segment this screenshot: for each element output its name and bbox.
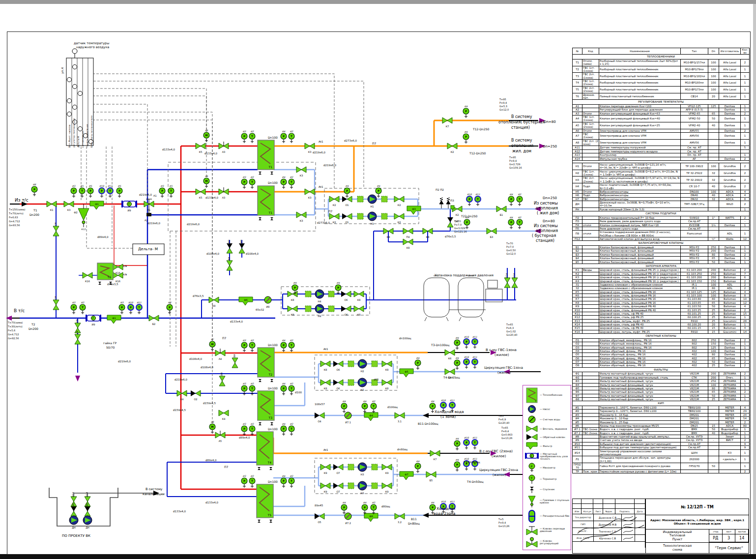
tank-icon (524, 509, 540, 523)
spec-row[interactable]: Ф7Фильтр магнитный фланцевый, чугунV821M… (573, 394, 750, 397)
legend-item: — Фильтр (524, 442, 570, 450)
spec-row[interactable]: Т3ГВС 2ст. (1зона)Разборный пластинчатый… (573, 73, 750, 80)
spec-row[interactable]: И6Краны под манометры трехходовые MV25DN… (573, 424, 750, 427)
spec-row[interactable]: Ф1Фильтр магнитный фланцевый, чугунV821M… (573, 372, 750, 376)
spec-row[interactable]: О5Клапан обратный, фланц., PN 1640280Dan… (573, 353, 750, 356)
spec-row[interactable]: П8отоплУстановка поддержания давления D6… (573, 231, 750, 237)
spec-row[interactable]: К5Шаровой кран, сталь, фланцевый PN 1661… (573, 290, 750, 294)
spec-row[interactable]: К10Шаровой кран, сталь, фланцевый PN 406… (573, 308, 750, 312)
spec-row[interactable]: И4Манометр 0…10 барDM201METER54 (573, 417, 750, 420)
spec-row[interactable]: К14Шаровой кран, сталь, рф PN 4060.100.2… (573, 323, 750, 326)
spec-row[interactable]: ГР50/70Гайка Ротт для присоединения пожа… (573, 463, 750, 470)
mano-icon: P (524, 463, 540, 472)
spec-row[interactable]: Ф8Фильтр магнитный фланцевый, чугунV821M… (573, 398, 750, 401)
spec-row[interactable]: К16Шаровой кран, латунь, муфт. PN 25R910… (573, 330, 750, 333)
spec-row[interactable]: Ф4Фильтр магнитный фланцевый, чугунV821M… (573, 383, 750, 386)
spec-row[interactable]: А4ГВС 1ст. (1зона)Клапан регулирующий фл… (573, 116, 750, 122)
spec-row[interactable]: О6Клапан обратный, фланц., PN 1640265Dan… (573, 356, 750, 360)
spec-row[interactable]: Ф5Фильтр магнитный фланцевый, чугунV821M… (573, 386, 750, 390)
spec-row[interactable]: Т5ГВС 2ст. (2зона)Разборный пластинчатый… (573, 86, 750, 93)
spec-row[interactable]: Н5ОтоплВиброкомпенсаторыDN100100ADCA4 (573, 190, 750, 193)
spec-row[interactable]: И9Счетчик учета тепла на вводеСм.пр. УУТ… (573, 439, 750, 442)
right-scrollbar[interactable] (753, 4, 756, 554)
spec-row[interactable]: Ф6Фильтр магнитный фланцевый, чугунV821M… (573, 390, 750, 394)
spec-row[interactable]: О3Клапан обратный, межфланц., PN 1680212… (573, 346, 750, 349)
spec-row[interactable]: П2Клапан предохранительный Р= 10 барSVW1… (573, 216, 750, 219)
spec-section: КИП (573, 401, 750, 406)
spec-row[interactable]: Н7ГВСВиброкомпенсаторыDN3232ADCA8 (573, 197, 750, 201)
legend-label: — Насос (540, 408, 550, 411)
spec-row[interactable]: Т6Дренаж. пит.Паяный пластинчатый теплоо… (573, 93, 750, 100)
spec-row[interactable]: Т1Отопл. (зима)Разборный пластинчатый те… (573, 59, 750, 66)
spec-row[interactable]: Б5Клапан балансировочный, фланцевыйMSV-F… (573, 260, 750, 264)
spec-row[interactable]: И7.2ГВС-2зонаВодосч. х.в. с гидродин. ра… (573, 431, 750, 435)
spec-row[interactable]: П3Реле давления, реле давления сухого хо… (573, 220, 750, 223)
drain-icon (524, 486, 540, 494)
spec-row[interactable]: И2Термометр 0…120°С, биметал. D80 L100ТВ… (573, 410, 750, 413)
spec-row[interactable]: Б2Клапан балансировочный, фланцевыйMSV-F… (573, 249, 750, 253)
spec-row[interactable]: И8Водосчетчик горячей воды крыльчатый, и… (573, 435, 750, 439)
spec-row[interactable]: К1ВводыШаровой кран, сталь, фланцевый PN… (573, 268, 750, 272)
spec-row[interactable]: Б3Клапан балансировочный, фланцевыйMSV-F… (573, 253, 750, 256)
spec-row[interactable]: О1Клапан обратный, межфланц., PN 1680225… (573, 338, 750, 342)
spec-row[interactable]: К12Шаровой кран, сталь, рф PN 2560.100.2… (573, 316, 750, 319)
spec-row[interactable]: И10Бобышки под датчик давления (диспетче… (573, 442, 750, 445)
spec-row[interactable]: РНРукав напорный 20мм (1,8х 3,0)1 (573, 207, 750, 211)
spec-row[interactable]: А8ГВС 2ст. (2 зона)Электропривод для кла… (573, 139, 750, 146)
spec-row[interactable]: И1Термометр 0…160°С, биметал. D80 L100ТВ… (573, 406, 750, 410)
spec-row[interactable]: А13КонтроллерОп. пр. АТ1 (573, 153, 750, 157)
spec-row[interactable]: А7ГВС (1зона)Электропривод для клапана V… (573, 132, 750, 139)
spec-row[interactable]: А1Клапан перепада давления Kvs=160VFG2-1… (573, 104, 750, 108)
spec-row[interactable]: К13Шаровой кран, латунь, муфт. PN 25R910… (573, 319, 750, 323)
spec-table[interactable]: №КодНаименованиеТипDnИзготовительКол-воТ… (572, 48, 750, 473)
spec-row[interactable]: К2Шаровой кран, сталь, фланцевый PN 16 (… (573, 272, 750, 275)
spec-row[interactable]: А14Импульсная трубкаAFDanfoss2 (573, 157, 750, 160)
spec-row[interactable]: К9Шаровой кран, сталь, фланцевый PN 4061… (573, 305, 750, 308)
spec-row[interactable]: Ф3Фильтр магнитный фланцевый, чугунV821M… (573, 380, 750, 383)
spec-row[interactable]: П5Реле давления сухого ходаСм.пр.АТ- (573, 227, 750, 230)
top-scrollbar[interactable] (0, 0, 756, 4)
spec-row[interactable]: О8Клапан обратный, фланц., PN 1640225Dan… (573, 364, 750, 367)
spec-row[interactable]: К11Шаровой кран, сталь, сф PN 4060.101.2… (573, 312, 750, 315)
spec-row[interactable]: А6ОтоплЭлектропривод для клапана VFMAMV5… (573, 129, 750, 132)
spec-row[interactable]: К15Шаровой кран, сталь, сф PN 4060.101.1… (573, 326, 750, 330)
spec-row[interactable]: К3Шаровой кран, сталь, фланцевый PN 16 (… (573, 276, 750, 279)
spec-row[interactable]: Т4ГВС 1ст. (2зона)Разборный пластинчатый… (573, 80, 750, 87)
legend-label: — Теплообменник (540, 394, 562, 396)
spec-row[interactable]: ТРПож. кранТермостойкие напорные рукава … (573, 470, 750, 473)
spec-row[interactable]: К7Шаровой кран, сталь, фланцевый PN 1661… (573, 297, 750, 301)
spec-row[interactable]: П4отоплКлапан соленоидный латунь, NBR Kv… (573, 223, 750, 227)
sig-col: Изм (573, 509, 582, 514)
spec-row[interactable]: Н6ПодпВиброкомпенсаторыDN4040ADCA4 (573, 194, 750, 197)
spec-row[interactable]: Л1Площадка переходная для обслуж. зап. а… (573, 456, 750, 463)
spec-row[interactable]: И14Электрошкаф управления насосами силам… (573, 449, 750, 456)
legend-label: — Термометр (540, 478, 556, 480)
spec-row[interactable]: П12Автоматический клапан для выпуска воз… (573, 237, 750, 241)
spec-row[interactable]: Н1ОтоплНасос циркуляционный, 3х380В Q=12… (573, 163, 750, 170)
spec-row[interactable]: К4Шаровой кран, сталь, фланцевый PN 16 (… (573, 279, 750, 283)
spec-row[interactable]: А5ГВС 1ст. (2зона)Клапан регулирующий фл… (573, 122, 750, 129)
spec-row[interactable]: А11Датчик температуры погружнойСм. пр. А… (573, 146, 750, 149)
spec-row[interactable]: О7Клапан обратный, фланц., PN 1640250Dan… (573, 360, 750, 364)
spec-row[interactable]: И11Бобышки под датчик температуры (диспе… (573, 446, 750, 449)
spec-row[interactable]: А3ОтоплКлапан регулирующий фланцевый Kvs… (573, 112, 750, 115)
spec-row[interactable]: Н3ГВС 2ст. (2зона)Насос циркуляционный, … (573, 177, 750, 183)
spec-row[interactable]: К8Шаровой кран, сталь, фланцевый PN 1661… (573, 301, 750, 304)
spec-row[interactable]: И5Манометр 0…25 барDM201METER2 (573, 420, 750, 424)
spec-row[interactable]: А12Датчик температуры наружного воздухаС… (573, 149, 750, 153)
spec-row[interactable]: Б4Клапан балансировочный, фланцевыйMSV-F… (573, 257, 750, 260)
spec-row[interactable]: ДНДренажный насос, 3х380В, N=0,75кВт, Q=… (573, 201, 750, 208)
spec-row[interactable]: А2Регулирующий блок для перепада давлени… (573, 108, 750, 112)
spec-row[interactable]: И7.1ГВС-1зонаВодосч. х.в. с гидродин. ра… (573, 428, 750, 431)
spec-row[interactable]: Н2ГВС 1ст. (1зона)Насос циркуляционный, … (573, 170, 750, 177)
spec-row[interactable]: Ф2Грязевик под трубопровод вертикальный,… (573, 376, 750, 379)
spec-row[interactable]: О4Клапан обратный, фланц., PN 16402100Da… (573, 349, 750, 353)
spec-row[interactable]: Т2ГВС 1ст. (1зона)Разборный пластинчатый… (573, 66, 750, 73)
spec-row[interactable]: Б1Клапан балансировочный, фланцевыйMSV-F… (573, 246, 750, 249)
spec-row[interactable]: З2Задвижка клиновая с обрезиненным клино… (573, 287, 750, 290)
spec-row[interactable]: И3Манометр 0…16 барDM201METER24 (573, 413, 750, 416)
spec-row[interactable]: Н4ПодпНасос подпиточный, 3х380В Q=7,75 м… (573, 183, 750, 190)
spec-row[interactable]: О2Клапан обратный, межфланц., PN 1680215… (573, 342, 750, 346)
spec-row[interactable]: З1Задвижка клиновая с обрезиненным клино… (573, 283, 750, 286)
spec-row[interactable]: К6Шаровой кран, сталь, фланцевый PN 1661… (573, 294, 750, 297)
